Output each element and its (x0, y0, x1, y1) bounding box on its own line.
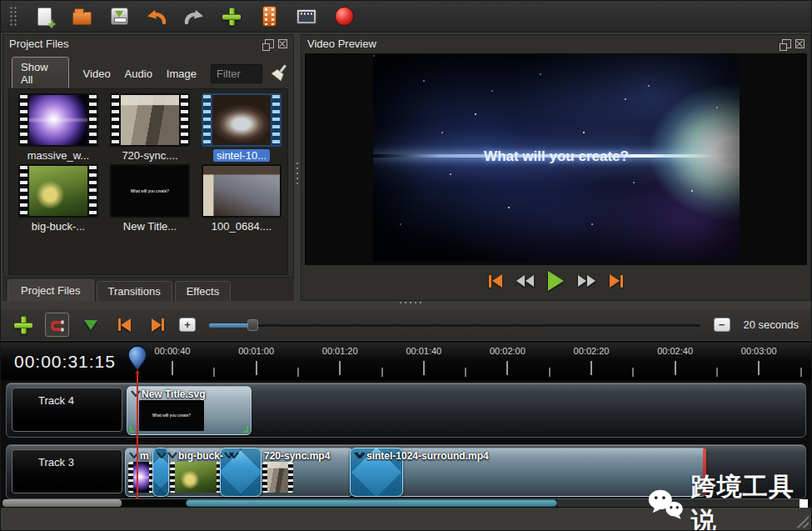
ruler-tick-label: 00:02:00 (490, 346, 526, 356)
close-panel-icon[interactable] (795, 39, 805, 48)
new-project-icon: + (37, 8, 52, 26)
snapping-toggle[interactable] (45, 313, 69, 337)
clear-filter-icon[interactable] (271, 63, 288, 84)
horizontal-splitter-handle[interactable] (398, 300, 421, 305)
file-item[interactable]: 720-sync.... (104, 93, 196, 162)
play-icon (548, 271, 564, 291)
open-folder-icon (72, 12, 92, 25)
play-button[interactable] (545, 270, 566, 292)
timeline-scrollbar-thumb[interactable] (186, 499, 557, 507)
watermark-text: 跨境工具说 (691, 470, 811, 531)
panel-title: Video Preview (307, 38, 376, 50)
ruler-tick-major (590, 361, 592, 375)
undo-button[interactable] (145, 5, 168, 28)
project-files-list: massive_w...720-sync....sintel-10...big-… (8, 88, 288, 275)
close-panel-icon[interactable] (278, 39, 287, 48)
ruler-tick-minor (632, 368, 634, 377)
ruler-tick-minor (465, 368, 466, 377)
timeline-clip[interactable]: New Title.svgWhat will you create? (127, 386, 252, 435)
jump-to-end-button[interactable] (607, 270, 625, 292)
file-item[interactable]: What will you create?New Title... (104, 164, 196, 233)
filter-input[interactable] (211, 64, 262, 83)
scrollbar-corner (800, 499, 808, 508)
nature-clip-art (175, 462, 217, 493)
thumbnail-text: What will you create? (156, 408, 188, 423)
save-project-button[interactable] (107, 5, 131, 28)
clip-label: sintel-1024-surround.mp4 (352, 448, 705, 462)
video-preview-panel: Video Preview What will you create? (301, 34, 811, 301)
file-label: New Title... (120, 220, 180, 233)
add-marker-button[interactable] (79, 313, 102, 337)
file-item[interactable]: massive_w... (12, 93, 104, 162)
fullscreen-button[interactable] (295, 5, 318, 28)
filmstrip-icon (262, 6, 276, 27)
file-thumbnail (18, 93, 98, 147)
file-item[interactable]: sintel-10... (196, 93, 287, 162)
file-label: sintel-10... (213, 149, 270, 162)
float-panel-icon[interactable] (265, 39, 274, 48)
file-item[interactable]: 100_0684.... (196, 164, 287, 233)
ruler-tick-minor (549, 368, 550, 377)
pan-thumbnail-art (212, 95, 271, 145)
filter-tab-audio[interactable]: Audio (125, 68, 152, 80)
clip-handle-left[interactable] (130, 426, 135, 433)
track-label[interactable]: Track 4 (12, 388, 122, 432)
playback-controls (301, 270, 810, 292)
playhead-timecode: 00:00:31:15 (14, 352, 116, 372)
fast-forward-icon (578, 275, 586, 287)
street-clip-art (267, 462, 288, 493)
slider-handle[interactable] (247, 319, 258, 331)
playhead-line (137, 373, 138, 499)
track-row-track-4[interactable]: Track 4New Title.svgWhat will you create… (6, 383, 806, 438)
file-item[interactable]: big-buck-... (12, 164, 104, 233)
plus-icon (222, 8, 241, 26)
filter-tab-image[interactable]: Image (167, 68, 197, 80)
video-frame: What will you create? (373, 55, 740, 262)
ruler-tick-major (675, 361, 676, 375)
vertical-splitter-handle[interactable] (295, 161, 300, 186)
filter-tab-video[interactable]: Video (83, 68, 111, 80)
filter-tab-show-all[interactable]: Show All (12, 57, 69, 90)
thumbnail-text: What will you create? (131, 178, 169, 203)
file-thumbnail (202, 93, 281, 147)
ruler-tick-label: 00:02:20 (574, 346, 610, 356)
title-thumbnail-art: What will you create? (112, 166, 188, 216)
ruler-tick-label: 00:03:00 (741, 346, 777, 356)
save-icon (111, 8, 128, 25)
jump-to-start-button[interactable] (486, 270, 505, 292)
track-labels-scrollbar[interactable] (2, 499, 122, 507)
wechat-icon (647, 487, 685, 522)
import-files-button[interactable] (220, 5, 243, 28)
clip-handle-right[interactable] (243, 426, 248, 433)
ruler-tick-major (506, 361, 508, 375)
add-track-button[interactable] (12, 313, 35, 337)
timeline-ruler[interactable]: 00:00:31:15 00:00:4000:01:0000:01:2000:0… (1, 343, 812, 380)
next-marker-button[interactable] (146, 313, 169, 337)
tab-transitions[interactable]: Transitions (97, 281, 172, 301)
playhead-marker[interactable] (127, 345, 148, 379)
tab-effects[interactable]: Effects (175, 281, 232, 301)
tab-project-files[interactable]: Project Files (7, 279, 94, 301)
open-project-button[interactable] (70, 5, 93, 28)
street-thumbnail-art (121, 95, 179, 145)
timeline-zoom-slider[interactable] (209, 318, 700, 332)
marker-icon (84, 320, 97, 330)
float-panel-icon[interactable] (782, 39, 791, 48)
choose-profile-button[interactable] (257, 5, 281, 28)
redo-button[interactable] (182, 5, 206, 28)
toolbar-grip[interactable] (9, 6, 18, 28)
zoom-out-button[interactable]: − (714, 318, 730, 332)
rewind-button[interactable] (514, 270, 536, 292)
rewind-icon (516, 275, 525, 287)
previous-marker-button[interactable] (112, 313, 136, 337)
ruler-tick-major (423, 361, 425, 375)
zoom-in-button[interactable]: + (179, 318, 196, 332)
fast-forward-button[interactable] (575, 270, 598, 292)
timeline-toolbar: + − 20 seconds (1, 309, 811, 340)
redo-icon (183, 8, 205, 26)
new-project-button[interactable]: + (32, 5, 56, 28)
export-video-button[interactable] (332, 5, 356, 28)
timeline-clip[interactable]: big-buck- (163, 448, 228, 497)
watermark: 跨境工具说 (647, 470, 811, 531)
track-label[interactable]: Track 3 (12, 449, 122, 493)
